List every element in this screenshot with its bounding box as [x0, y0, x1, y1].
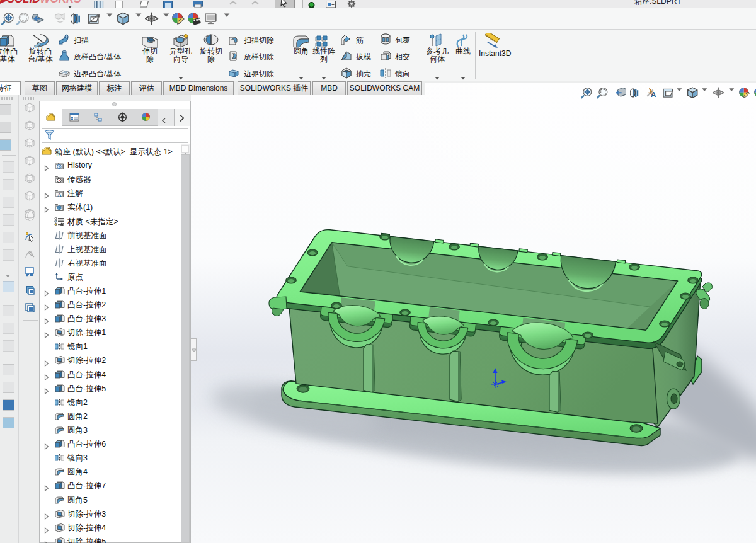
svg-text:A: A	[57, 191, 62, 198]
